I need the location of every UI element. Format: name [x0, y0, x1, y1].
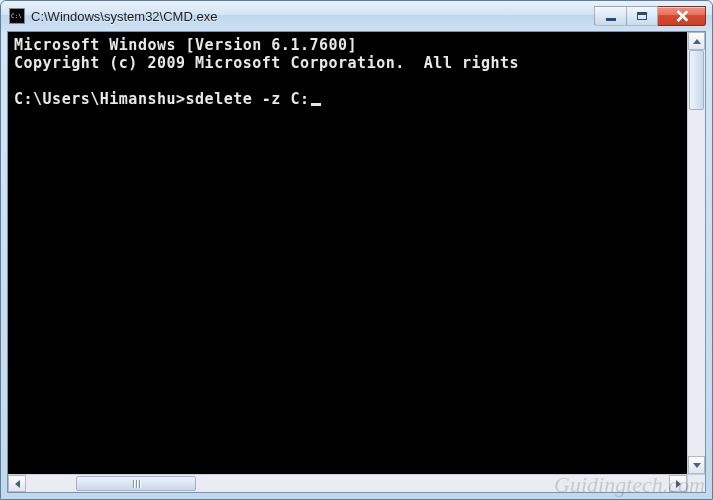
text-cursor: [311, 103, 321, 106]
arrow-up-icon: [693, 39, 701, 44]
copyright-line: Copyright (c) 2009 Microsoft Corporation…: [14, 54, 519, 72]
close-button[interactable]: [658, 6, 706, 26]
scroll-left-button[interactable]: [8, 475, 26, 492]
console-wrap: Microsoft Windows [Version 6.1.7600] Cop…: [8, 32, 705, 474]
arrow-right-icon: [676, 480, 681, 488]
cmd-icon: C:\: [9, 8, 25, 24]
scroll-right-button[interactable]: [669, 475, 687, 492]
scrollbar-corner: [687, 475, 705, 492]
scroll-down-button[interactable]: [688, 456, 705, 474]
horizontal-scrollbar[interactable]: [8, 474, 705, 492]
arrow-left-icon: [15, 480, 20, 488]
typed-command: sdelete -z C:: [186, 90, 310, 108]
titlebar[interactable]: C:\ C:\Windows\system32\CMD.exe: [1, 1, 712, 31]
scroll-up-button[interactable]: [688, 32, 705, 50]
horizontal-scroll-track[interactable]: [26, 475, 669, 492]
window-controls: [594, 6, 706, 26]
maximize-icon: [637, 12, 647, 20]
minimize-button[interactable]: [594, 6, 626, 26]
window-title: C:\Windows\system32\CMD.exe: [31, 9, 594, 24]
client-area: Microsoft Windows [Version 6.1.7600] Cop…: [7, 31, 706, 493]
arrow-down-icon: [693, 463, 701, 468]
cmd-window: C:\ C:\Windows\system32\CMD.exe Microsof…: [0, 0, 713, 500]
os-banner-line: Microsoft Windows [Version 6.1.7600]: [14, 36, 357, 54]
close-icon: [675, 9, 689, 23]
vertical-scrollbar[interactable]: [687, 32, 705, 474]
vertical-scroll-thumb[interactable]: [689, 50, 704, 110]
vertical-scroll-track[interactable]: [688, 50, 705, 456]
console-output[interactable]: Microsoft Windows [Version 6.1.7600] Cop…: [8, 32, 687, 474]
horizontal-scroll-thumb[interactable]: [76, 476, 196, 491]
maximize-button[interactable]: [626, 6, 658, 26]
thumb-gripper-icon: [133, 480, 140, 488]
minimize-icon: [606, 18, 616, 21]
prompt-text: C:\Users\Himanshu>: [14, 90, 186, 108]
